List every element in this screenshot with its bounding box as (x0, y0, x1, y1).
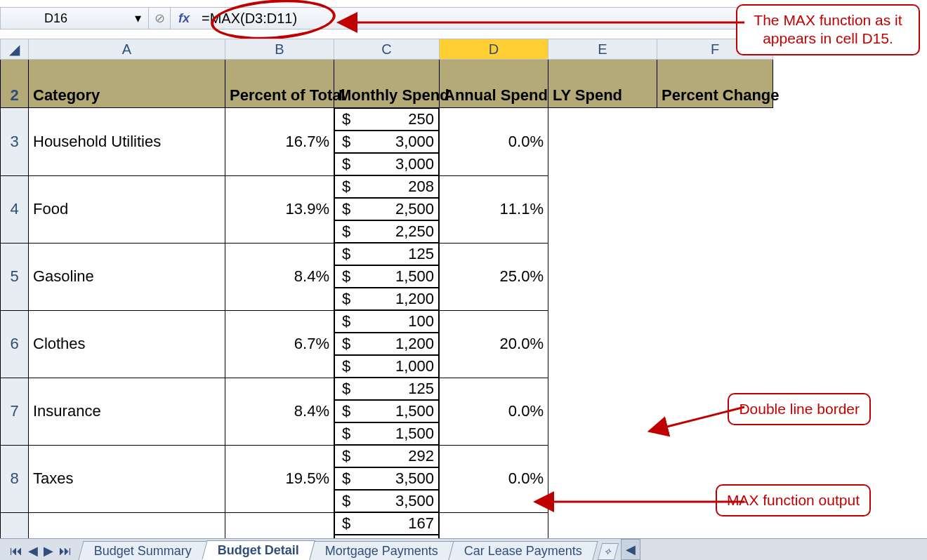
cell-C7[interactable]: $125 (334, 378, 439, 400)
select-all-cell[interactable]: ◢ (1, 39, 29, 60)
insert-sheet-icon: ✧ (603, 546, 614, 557)
header-C[interactable]: Monthly Spend (334, 60, 440, 108)
cell-A5[interactable]: Gasoline (29, 243, 225, 310)
cell-F5[interactable]: 25.0% (440, 243, 548, 310)
header-E[interactable]: LY Spend (548, 60, 657, 108)
cell-B4[interactable]: 13.9% (225, 175, 334, 243)
nav-last-icon[interactable]: ⏭ (59, 544, 72, 559)
cell-E8[interactable]: $3,500 (334, 490, 439, 512)
cell-D4[interactable]: $2,500 (334, 198, 439, 220)
header-F[interactable]: Percent Change (657, 60, 773, 108)
sheet-tab-budget-detail[interactable]: Budget Detail (202, 540, 315, 560)
name-box-value: D16 (1, 11, 67, 26)
row-header-7[interactable]: 7 (1, 378, 29, 445)
cell-C6[interactable]: $100 (334, 310, 439, 333)
callout-formula: The MAX function as it appears in cell D… (736, 4, 920, 55)
nav-first-icon[interactable]: ⏮ (10, 544, 22, 559)
cell-B8[interactable]: 19.5% (225, 445, 334, 512)
cancel-button[interactable]: ⊘ (149, 8, 171, 29)
cell-F4[interactable]: 11.1% (440, 175, 548, 243)
cell-C5[interactable]: $125 (334, 243, 439, 265)
row-header-5[interactable]: 5 (1, 243, 29, 310)
col-header-C[interactable]: C (334, 39, 440, 60)
cell-C4[interactable]: $208 (334, 175, 439, 198)
scroll-left-icon: ◀ (626, 542, 636, 557)
spreadsheet-grid[interactable]: ◢ABCDEF2CategoryPercent of TotalMonthly … (0, 39, 744, 560)
row-header-6[interactable]: 6 (1, 310, 29, 378)
cell-E6[interactable]: $1,000 (334, 355, 439, 378)
cell-B3[interactable]: 16.7% (225, 108, 334, 176)
header-A[interactable]: Category (29, 60, 225, 108)
cell-D5[interactable]: $1,500 (334, 265, 439, 288)
cell-A6[interactable]: Clothes (29, 310, 225, 378)
sheet-nav: ⏮ ◀ ▶ ⏭ (0, 542, 81, 560)
col-header-A[interactable]: A (29, 39, 225, 60)
col-header-D[interactable]: D (440, 39, 548, 60)
cell-A8[interactable]: Taxes (29, 445, 225, 512)
header-B[interactable]: Percent of Total (225, 60, 334, 108)
sheet-tab-budget-summary[interactable]: Budget Summary (78, 541, 207, 560)
chevron-down-icon[interactable]: ▾ (91, 11, 141, 26)
cell-C8[interactable]: $292 (334, 445, 439, 467)
callout-max-output: MAX function output (716, 484, 871, 516)
name-box[interactable]: D16 ▾ (1, 8, 149, 29)
sheet-tab-car-lease-payments[interactable]: Car Lease Payments (449, 541, 598, 560)
cell-D6[interactable]: $1,200 (334, 333, 439, 355)
sheet-tab-bar: ⏮ ◀ ▶ ⏭ Budget SummaryBudget DetailMortg… (0, 538, 927, 560)
cell-F3[interactable]: 0.0% (440, 108, 548, 176)
cell-F7[interactable]: 0.0% (440, 378, 548, 445)
cell-D3[interactable]: $3,000 (334, 131, 439, 153)
cell-E7[interactable]: $1,500 (334, 422, 439, 445)
cell-C3[interactable]: $250 (334, 108, 439, 131)
cell-F6[interactable]: 20.0% (440, 310, 548, 378)
cell-A4[interactable]: Food (29, 175, 225, 243)
cell-B7[interactable]: 8.4% (225, 378, 334, 445)
cell-E4[interactable]: $2,250 (334, 220, 439, 243)
row-header-4[interactable]: 4 (1, 175, 29, 243)
cell-C9[interactable]: $167 (334, 512, 439, 535)
cell-B6[interactable]: 6.7% (225, 310, 334, 378)
sheet-tab-mortgage-payments[interactable]: Mortgage Payments (309, 541, 454, 560)
callout-border: Double line border (728, 393, 871, 425)
cell-E5[interactable]: $1,200 (334, 288, 439, 310)
cell-F8[interactable]: 0.0% (440, 445, 548, 512)
cell-A3[interactable]: Household Utilities (29, 108, 225, 176)
col-header-E[interactable]: E (548, 39, 657, 60)
cell-D7[interactable]: $1,500 (334, 400, 439, 422)
nav-prev-icon[interactable]: ◀ (28, 543, 38, 559)
fx-icon[interactable]: fx (171, 11, 197, 26)
row-header-2[interactable]: 2 (1, 60, 29, 108)
cell-B5[interactable]: 8.4% (225, 243, 334, 310)
tab-scroll[interactable]: ◀ (621, 539, 640, 560)
col-header-B[interactable]: B (225, 39, 334, 60)
cell-E3[interactable]: $3,000 (334, 153, 439, 175)
row-header-8[interactable]: 8 (1, 445, 29, 512)
nav-next-icon[interactable]: ▶ (44, 543, 53, 559)
formula-bar: D16 ▾ ⊘ fx =MAX(D3:D11) (0, 7, 746, 29)
insert-sheet-button[interactable]: ✧ (598, 543, 619, 560)
cell-A7[interactable]: Insurance (29, 378, 225, 445)
row-header-3[interactable]: 3 (1, 108, 29, 176)
cell-D8[interactable]: $3,500 (334, 467, 439, 490)
header-D[interactable]: Annual Spend (440, 60, 548, 108)
